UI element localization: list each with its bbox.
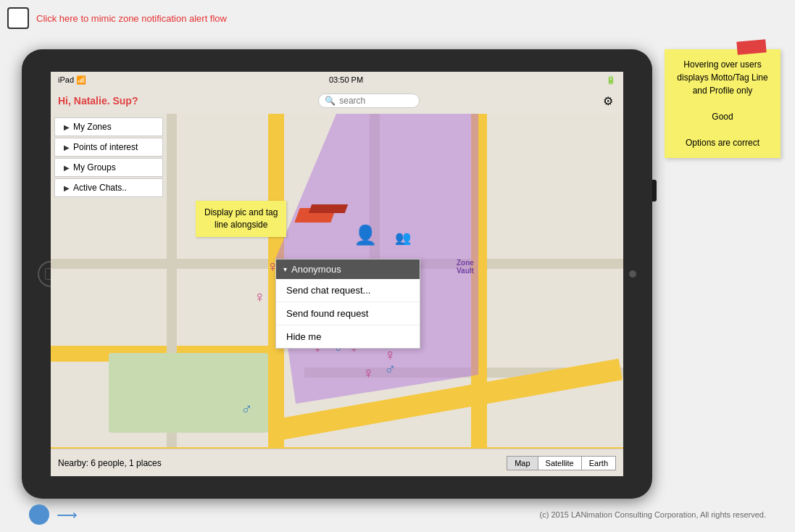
send-chat-request-button[interactable]: Send chat request... <box>276 279 420 302</box>
user-icon[interactable]: 👤 <box>354 224 377 246</box>
ipad-frame: iPad 📶 03:50 PM 🔋 Hi, Natalie. Sup? 🔍 ⚙ <box>22 49 652 499</box>
person-group-icon[interactable]: 👥 <box>395 230 411 246</box>
map-type-earth[interactable]: Earth <box>582 457 615 470</box>
footer: ⟶ (c) 2015 LANimation Consulting Corpora… <box>0 504 795 525</box>
time-label: 03:50 PM <box>329 75 363 84</box>
context-menu-title: Anonymous <box>291 264 341 275</box>
side-button[interactable] <box>652 180 657 201</box>
sidebar-item-active-chats[interactable]: ▶ Active Chats.. <box>54 178 163 197</box>
sidebar-my-zones-label: My Zones <box>73 122 112 132</box>
sticky-line2: Good <box>673 110 772 123</box>
search-bar[interactable]: 🔍 <box>318 93 420 108</box>
sidebar-menu: ▶ My Zones ▶ Points of interest ▶ My Gro… <box>54 117 163 199</box>
bottom-bar: Nearby: 6 people, 1 places Map Satellite… <box>51 449 623 476</box>
right-dot <box>629 270 636 278</box>
search-icon: 🔍 <box>325 96 336 106</box>
map-type-map[interactable]: Map <box>507 457 538 470</box>
map-block-shadow <box>309 204 348 213</box>
context-menu-header: ▾ Anonymous <box>276 259 420 279</box>
settings-button[interactable]: ⚙ <box>600 93 616 109</box>
map-postit: Display pic and tag line alongside <box>196 201 286 237</box>
sidebar-item-my-groups[interactable]: ▶ My Groups <box>54 158 163 177</box>
sidebar-chats-label: Active Chats.. <box>73 183 127 193</box>
sidebar-groups-label: My Groups <box>73 162 116 173</box>
footer-copyright: (c) 2015 LANimation Consulting Corporati… <box>540 510 766 519</box>
sidebar-points-label: Points of interest <box>73 142 138 152</box>
context-menu: ▾ Anonymous Send chat request... Send fo… <box>275 259 420 349</box>
send-found-request-button[interactable]: Send found request <box>276 302 420 325</box>
map-type-satellite[interactable]: Satellite <box>538 457 582 470</box>
ipad-screen: iPad 📶 03:50 PM 🔋 Hi, Natalie. Sup? 🔍 ⚙ <box>51 72 623 476</box>
map-area[interactable]: Zone Vault Display pic and tag line alon… <box>51 114 623 449</box>
notification-bar: Click here to mimic zone notification al… <box>7 7 227 29</box>
triangle-icon: ▶ <box>64 123 70 131</box>
triangle-icon-4: ▶ <box>64 184 70 192</box>
hide-me-button[interactable]: Hide me <box>276 325 420 348</box>
sidebar-item-my-zones[interactable]: ▶ My Zones <box>54 117 163 136</box>
map-type-buttons: Map Satellite Earth <box>507 456 616 470</box>
toolbar: Hi, Natalie. Sup? 🔍 ⚙ <box>51 88 623 114</box>
battery-icon: 🔋 <box>606 75 616 85</box>
greeting-text: Hi, Natalie. Sup? <box>58 95 138 107</box>
status-bar: iPad 📶 03:50 PM 🔋 <box>51 72 623 88</box>
arrow-right-icon: ⟶ <box>57 506 78 523</box>
park-area <box>109 353 268 433</box>
notification-checkbox[interactable] <box>7 7 29 29</box>
carrier-label: iPad 📶 <box>58 75 86 85</box>
sticky-line3: Options are correct <box>673 136 772 149</box>
person-icon-9[interactable]: ♂ <box>384 360 396 379</box>
triangle-icon-3: ▶ <box>64 164 70 172</box>
sticky-line1: Hovering over users displays Motto/Tag L… <box>673 58 772 97</box>
blue-circle <box>29 504 49 525</box>
nearby-text: Nearby: 6 people, 1 places <box>58 458 162 468</box>
sticky-note: Hovering over users displays Motto/Tag L… <box>665 49 781 158</box>
person-icon-2[interactable]: ♀ <box>254 288 266 307</box>
search-input[interactable] <box>339 96 412 106</box>
triangle-icon-2: ▶ <box>64 144 70 151</box>
person-icon-10[interactable]: ♂ <box>241 400 253 419</box>
notification-label: Click here to mimic zone notification al… <box>36 13 227 24</box>
sidebar-item-points-interest[interactable]: ▶ Points of interest <box>54 138 163 157</box>
zone-label: Zone Vault <box>457 259 474 275</box>
footer-left: ⟶ <box>29 504 78 525</box>
context-triangle: ▾ <box>283 265 287 273</box>
person-icon-6[interactable]: ♀ <box>362 364 375 383</box>
